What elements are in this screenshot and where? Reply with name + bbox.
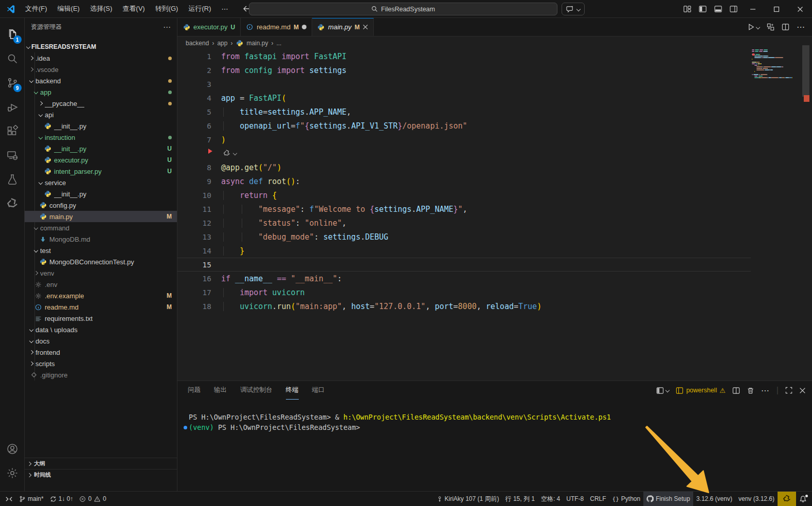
- terminal-launch-split-icon[interactable]: [656, 387, 669, 394]
- toggle-secondary-sidebar-icon[interactable]: [726, 0, 741, 18]
- copilot-chat-button[interactable]: [562, 3, 585, 15]
- tree-item--init-py[interactable]: __init__.py: [25, 188, 177, 200]
- ai-inline-widget[interactable]: [223, 149, 237, 157]
- tree-item-readme-md[interactable]: readme.mdM: [25, 301, 177, 313]
- tree-item-instruction[interactable]: instruction: [25, 132, 177, 143]
- tree-item-service[interactable]: service: [25, 177, 177, 188]
- panel-tab-terminal-active[interactable]: 终端: [286, 381, 299, 400]
- close-window-button[interactable]: [788, 0, 812, 18]
- menu-go[interactable]: 转到(G): [151, 2, 183, 15]
- code-line[interactable]: 10 return {: [177, 188, 751, 202]
- close-panel-icon[interactable]: [799, 387, 806, 394]
- tree-item-venv[interactable]: venv: [25, 267, 177, 279]
- ai-plugin-icon[interactable]: [0, 191, 25, 215]
- code-line[interactable]: 5 title=settings.APP_NAME,: [177, 105, 751, 119]
- tree-item-frontend[interactable]: frontend: [25, 347, 177, 358]
- command-decoration[interactable]: [182, 426, 189, 429]
- breadcrumb-item--[interactable]: ...: [276, 40, 281, 47]
- toggle-sidebar-icon[interactable]: [695, 0, 710, 18]
- menu-file[interactable]: 文件(F): [21, 2, 52, 15]
- code-line[interactable]: 9async def root():: [177, 174, 751, 188]
- code-line[interactable]: 7): [177, 133, 751, 147]
- minimap[interactable]: [752, 49, 801, 79]
- eol-item[interactable]: CRLF: [587, 492, 609, 506]
- tree-item-command[interactable]: command: [25, 222, 177, 233]
- tab-readme-md[interactable]: readme.mdM: [241, 18, 312, 36]
- tree-item--pycache-[interactable]: __pycache__: [25, 98, 177, 109]
- terminal-instance-item[interactable]: powershell ⚠: [676, 387, 725, 394]
- tree-item--init-py[interactable]: __init__.pyU: [25, 143, 177, 154]
- cursor-position-item[interactable]: 行 15, 列 1: [502, 492, 538, 506]
- tree-item--init-py[interactable]: __init__.py: [25, 120, 177, 132]
- code-line[interactable]: 11 "message": f"Welcome to {settings.APP…: [177, 202, 751, 216]
- tab-executor-py[interactable]: executor.pyU: [177, 18, 241, 36]
- sync-changes-item[interactable]: 1↓ 0↑: [47, 492, 77, 506]
- code-line[interactable]: 15: [177, 258, 751, 272]
- panel-tab-item[interactable]: 问题: [188, 381, 201, 400]
- menu-run[interactable]: 运行(R): [184, 2, 215, 15]
- tree-item-mongodb-md[interactable]: MongoDB.md: [25, 233, 177, 245]
- tree-item-main-py[interactable]: main.pyM: [25, 211, 177, 222]
- search-sidebar-icon[interactable]: [0, 46, 25, 70]
- editor-scrollbar[interactable]: [802, 45, 809, 97]
- command-center-search[interactable]: FilesReadSysteam: [249, 3, 557, 15]
- terminal-output[interactable]: PS H:\OwnProject\FilesReadSysteam> & h:\…: [182, 412, 802, 432]
- maximize-button[interactable]: [765, 0, 788, 18]
- tree-item-data-uploads[interactable]: data \ uploads: [25, 324, 177, 335]
- breadcrumb-item-app[interactable]: app: [217, 40, 227, 47]
- tree-item--env-example[interactable]: .env.exampleM: [25, 290, 177, 301]
- code-line[interactable]: 13 "debug_mode": settings.DEBUG: [177, 230, 751, 244]
- settings-gear-icon[interactable]: [0, 461, 25, 485]
- tree-item-intent-parser-py[interactable]: intent_parser.pyU: [25, 166, 177, 177]
- indentation-item[interactable]: 空格: 4: [538, 492, 563, 506]
- breadcrumb-item-backend[interactable]: backend: [186, 40, 209, 47]
- code-line[interactable]: 18 uvicorn.run("main:app", host="127.0.0…: [177, 299, 751, 313]
- menu-view[interactable]: 查看(V): [118, 2, 149, 15]
- code-line[interactable]: 6 openapi_url=f"{settings.API_V1_STR}/op…: [177, 119, 751, 133]
- timeline-section[interactable]: 时间线: [25, 469, 177, 480]
- tree-item-config-py[interactable]: config.py: [25, 200, 177, 211]
- blame-item[interactable]: KiriAky 107 (1 周前): [434, 492, 502, 506]
- tree-item--gitignore[interactable]: .gitignore: [25, 369, 177, 381]
- run-python-file-button[interactable]: [747, 23, 760, 31]
- menu-more[interactable]: ⋯: [216, 3, 232, 15]
- tree-item--env[interactable]: .env: [25, 279, 177, 290]
- open-changes-icon[interactable]: [767, 23, 774, 31]
- code-line[interactable]: 14 }: [177, 244, 751, 258]
- code-line[interactable]: 17 import uvicorn: [177, 285, 751, 299]
- remote-explorer-icon[interactable]: [0, 143, 25, 167]
- extensions-icon[interactable]: [0, 119, 25, 143]
- encoding-item[interactable]: UTF-8: [563, 492, 587, 506]
- git-branch-item[interactable]: main*: [16, 492, 47, 506]
- breadcrumb-item-main-py[interactable]: main.py: [246, 40, 268, 47]
- problems-item[interactable]: 0 0: [76, 492, 109, 506]
- explorer-more-actions[interactable]: ⋯: [163, 23, 171, 32]
- language-mode-item[interactable]: {} Python: [609, 492, 644, 506]
- run-debug-icon[interactable]: [0, 95, 25, 119]
- source-control-icon[interactable]: 9: [0, 70, 25, 95]
- panel-tab-item[interactable]: 端口: [312, 381, 325, 400]
- tree-item-api[interactable]: api: [25, 109, 177, 120]
- tree-item-requirements-txt[interactable]: requirements.txt: [25, 313, 177, 324]
- testing-icon[interactable]: [0, 167, 25, 191]
- toggle-panel-icon[interactable]: [710, 0, 726, 18]
- remote-indicator[interactable]: [0, 492, 16, 506]
- tree-item--vscode[interactable]: .vscode: [25, 64, 177, 75]
- workspace-root[interactable]: FILESREADSYSTEAM: [25, 41, 177, 52]
- code-line[interactable]: 1from fastapi import FastAPI: [177, 49, 751, 63]
- tree-item-scripts[interactable]: scripts: [25, 358, 177, 369]
- tab-main-py[interactable]: main.pyM: [312, 18, 374, 36]
- account-icon[interactable]: [0, 437, 25, 461]
- tree-item-test[interactable]: test: [25, 245, 177, 256]
- close-tab-icon[interactable]: [363, 24, 368, 30]
- code-line[interactable]: 8@app.get("/"): [177, 160, 751, 174]
- more-actions-icon[interactable]: ⋯: [797, 22, 805, 32]
- code-editor[interactable]: 1from fastapi import FastAPI2from config…: [177, 49, 751, 313]
- split-editor-icon[interactable]: [782, 23, 789, 31]
- code-line[interactable]: 3: [177, 77, 751, 91]
- tree-item-mongodbconnectiontest-py[interactable]: MongoDBConnectionTest.py: [25, 256, 177, 267]
- explorer-icon[interactable]: 1: [0, 22, 25, 46]
- menu-selection[interactable]: 选择(S): [85, 2, 117, 15]
- panel-more-actions-icon[interactable]: ⋯: [761, 386, 770, 395]
- tree-item-backend[interactable]: backend: [25, 75, 177, 86]
